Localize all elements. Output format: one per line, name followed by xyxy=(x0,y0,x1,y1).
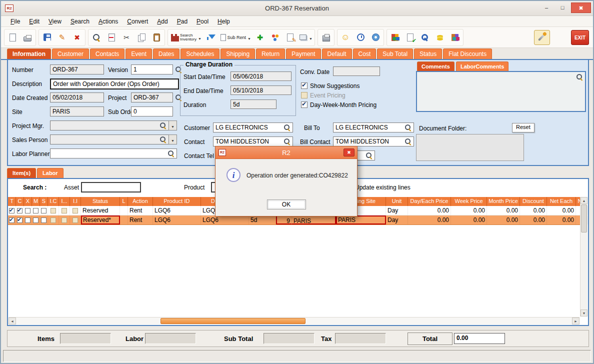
ok-button[interactable]: OK xyxy=(267,200,306,210)
row-checkbox[interactable] xyxy=(41,218,46,223)
fax-button[interactable] xyxy=(319,30,333,44)
search-icon[interactable] xyxy=(404,138,412,145)
scroll-left-button[interactable]: ◄ xyxy=(8,318,16,324)
sales-person-field[interactable] xyxy=(50,134,169,144)
row-checkbox[interactable] xyxy=(9,208,14,214)
note-check-button[interactable] xyxy=(403,30,417,44)
comments-search-icon[interactable] xyxy=(576,74,583,80)
stack-button[interactable] xyxy=(298,30,314,44)
exit-button[interactable]: EXIT xyxy=(571,30,589,45)
find-button[interactable] xyxy=(90,30,104,44)
col-x[interactable]: X xyxy=(24,197,32,206)
horizontal-scroll-thumb[interactable] xyxy=(160,318,306,324)
tab-information[interactable]: Information xyxy=(7,48,51,59)
description-field[interactable]: Order with Operation Order (Ops Order) xyxy=(50,78,179,90)
minimize-button[interactable]: – xyxy=(539,2,554,13)
project-mgr-field[interactable] xyxy=(50,120,169,130)
date-created-field[interactable]: 05/02/2018 xyxy=(50,92,104,102)
col-s[interactable]: S xyxy=(40,197,48,206)
menu-edit[interactable]: Edit xyxy=(24,17,44,26)
scroll-up-button[interactable]: ▲ xyxy=(580,197,588,204)
tab-event[interactable]: Event xyxy=(126,48,152,59)
col-ii[interactable]: I.I xyxy=(70,197,81,206)
table-row-selected[interactable]: Reserved* Rent LGQ6 LGQ6 5d 9 PARIS PARI… xyxy=(8,216,580,225)
conv-date-field[interactable] xyxy=(333,66,380,76)
row-checkbox[interactable] xyxy=(50,208,56,214)
col-week-price[interactable]: Week Price xyxy=(451,197,487,206)
tab-dates[interactable]: Dates xyxy=(153,48,180,59)
col-c[interactable]: C xyxy=(16,197,24,206)
menu-pad[interactable]: Pad xyxy=(172,17,192,26)
reset-button[interactable]: Reset xyxy=(512,123,534,132)
wand-button[interactable] xyxy=(534,30,550,45)
new-document-button[interactable] xyxy=(6,30,20,44)
filter-button[interactable] xyxy=(205,30,219,44)
day-week-month-checkbox[interactable] xyxy=(301,102,308,108)
row-checkbox[interactable] xyxy=(72,208,78,214)
search-inventory-button[interactable]: SearchInventory xyxy=(169,30,204,44)
menu-help[interactable]: Help xyxy=(213,17,234,26)
dialog-close-button[interactable] xyxy=(344,148,354,156)
search-icon[interactable] xyxy=(366,152,372,159)
close-button[interactable]: ✖ xyxy=(571,2,591,13)
col-discount[interactable]: Discount xyxy=(520,197,547,206)
col-status[interactable]: Status xyxy=(81,197,120,206)
dialog-titlebar[interactable]: R2 R2 xyxy=(216,146,357,159)
col-m[interactable]: M xyxy=(32,197,40,206)
print-button[interactable] xyxy=(20,30,34,44)
row-checkbox[interactable] xyxy=(25,208,30,214)
sub-rent-button[interactable]: Sub Rent xyxy=(220,30,252,44)
project-field[interactable]: ORD-367 xyxy=(131,92,173,102)
customer-field[interactable]: LG ELECTRONICS xyxy=(213,122,293,132)
row-checkbox[interactable] xyxy=(33,208,38,214)
show-suggestions-checkbox[interactable] xyxy=(301,82,308,89)
edit-button[interactable] xyxy=(55,30,69,44)
row-checkbox[interactable] xyxy=(17,218,22,223)
packages-button[interactable] xyxy=(448,30,462,44)
number-field[interactable]: ORD-367 xyxy=(50,64,104,74)
sub-orders-field[interactable]: 0 xyxy=(131,106,173,116)
bill-to-field[interactable]: LG ELECTRONICS xyxy=(333,122,414,132)
cut-button[interactable] xyxy=(120,30,134,44)
col-month-price[interactable]: Month Price xyxy=(487,197,520,206)
search-icon[interactable] xyxy=(404,124,412,131)
col-l[interactable]: L xyxy=(120,197,128,206)
col-action[interactable]: Action xyxy=(128,197,153,206)
chevron-down-icon[interactable] xyxy=(198,33,202,42)
search-icon[interactable] xyxy=(168,150,174,157)
sales-person-dropdown[interactable] xyxy=(168,134,177,144)
menu-view[interactable]: View xyxy=(44,17,66,26)
menu-search[interactable]: Search xyxy=(66,17,94,26)
tab-comments[interactable]: Comments xyxy=(417,62,454,71)
scroll-right-button[interactable]: ► xyxy=(572,318,580,324)
row-checkbox[interactable] xyxy=(62,218,67,223)
tab-customer[interactable]: Customer xyxy=(52,48,89,59)
row-checkbox[interactable] xyxy=(62,208,67,214)
col-ic[interactable]: I.C xyxy=(48,197,59,206)
start-date-field[interactable]: 05/06/2018 xyxy=(230,72,292,81)
feedback-button[interactable] xyxy=(338,30,352,44)
tab-labor-comments[interactable]: LaborComments xyxy=(456,62,508,71)
tab-shipping[interactable]: Shipping xyxy=(220,48,255,59)
chevron-down-icon[interactable] xyxy=(308,33,313,42)
key-button[interactable] xyxy=(418,30,432,44)
tab-payment[interactable]: Payment xyxy=(286,48,320,59)
bill-contact-field[interactable]: TOM HIDDLESTON xyxy=(333,136,414,146)
save-button[interactable] xyxy=(40,30,54,44)
row-checkbox[interactable] xyxy=(33,218,38,223)
search-icon[interactable] xyxy=(160,136,166,143)
col-day-each-price[interactable]: Day/Each Price xyxy=(408,197,451,206)
tab-schedules[interactable]: Schedules xyxy=(180,48,220,59)
tab-sub-total[interactable]: Sub Total xyxy=(377,48,413,59)
duration-field[interactable]: 5d xyxy=(230,100,276,109)
chevron-down-icon[interactable] xyxy=(247,33,252,42)
row-checkbox[interactable] xyxy=(50,218,56,223)
search-icon[interactable] xyxy=(160,122,166,129)
row-checkbox[interactable] xyxy=(41,208,46,214)
end-date-field[interactable]: 05/10/2018 xyxy=(230,86,292,95)
site-field[interactable]: PARIS xyxy=(50,106,104,116)
version-field[interactable]: 1 xyxy=(131,64,173,74)
horizontal-scrollbar[interactable]: ◄ ► xyxy=(8,317,580,324)
delete-button[interactable] xyxy=(70,30,84,44)
tab-contacts[interactable]: Contacts xyxy=(90,48,124,59)
